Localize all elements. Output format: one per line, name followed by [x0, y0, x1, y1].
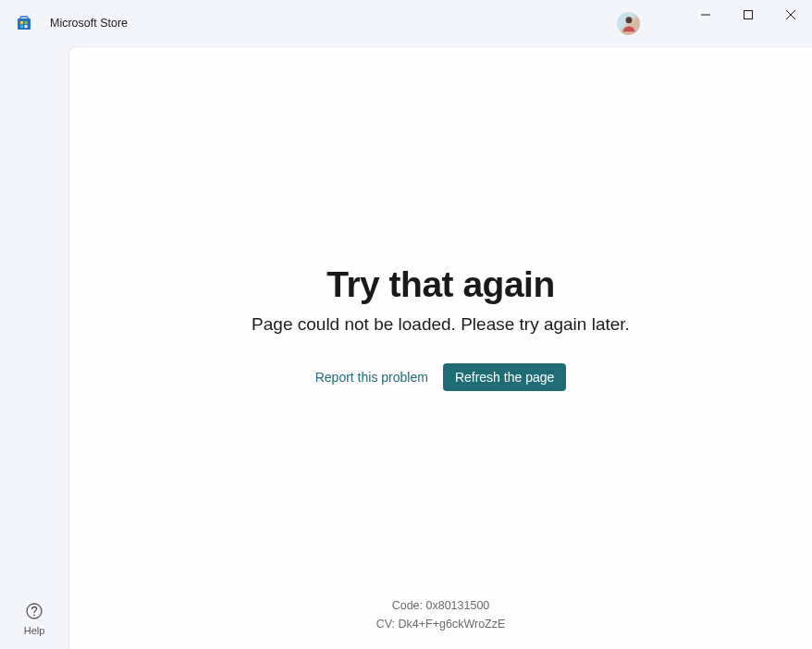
help-icon [26, 603, 43, 619]
sidebar-help[interactable]: Help [0, 603, 68, 636]
layout: Help Try that again Page could not be lo… [0, 46, 812, 649]
content-pane: Try that again Page could not be loaded.… [68, 46, 812, 649]
error-message: Try that again Page could not be loaded.… [69, 264, 812, 391]
svg-point-11 [27, 604, 42, 618]
titlebar: Microsoft Store [0, 0, 812, 46]
svg-rect-1 [20, 17, 28, 19]
close-button[interactable] [769, 0, 812, 30]
error-actions: Report this problem Refresh the page [315, 363, 567, 391]
svg-rect-5 [25, 25, 28, 28]
svg-point-12 [33, 615, 35, 617]
maximize-button[interactable] [727, 0, 769, 30]
svg-rect-8 [744, 11, 753, 19]
user-avatar[interactable] [617, 12, 640, 35]
svg-rect-0 [18, 18, 31, 30]
sidebar: Help [0, 46, 68, 649]
error-cv: CV: Dk4+F+g6ckWroZzE [376, 618, 506, 631]
error-footer: Code: 0x80131500 CV: Dk4+F+g6ckWroZzE [69, 599, 812, 631]
help-label: Help [24, 625, 45, 636]
window-controls [684, 0, 812, 30]
svg-rect-2 [20, 21, 23, 24]
svg-rect-4 [20, 25, 23, 28]
app-title: Microsoft Store [50, 17, 128, 30]
report-problem-link[interactable]: Report this problem [315, 370, 428, 385]
app-icon [17, 16, 31, 31]
minimize-button[interactable] [684, 0, 727, 30]
svg-rect-3 [25, 21, 28, 24]
refresh-page-button[interactable]: Refresh the page [443, 363, 566, 391]
svg-point-6 [625, 17, 632, 23]
error-code: Code: 0x80131500 [392, 599, 490, 612]
error-subtitle: Page could not be loaded. Please try aga… [252, 314, 630, 335]
error-title: Try that again [326, 264, 555, 305]
